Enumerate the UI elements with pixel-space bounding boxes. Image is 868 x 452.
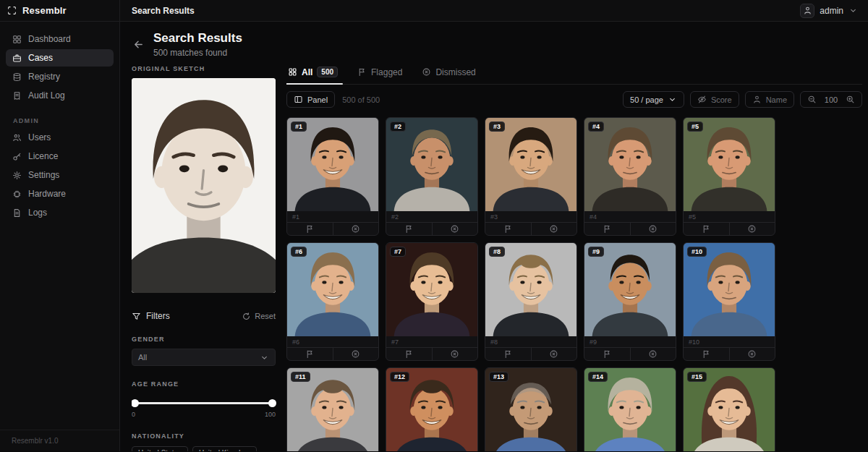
back-button[interactable] bbox=[132, 38, 145, 51]
gender-select[interactable]: All bbox=[132, 349, 276, 366]
match-card-15[interactable]: #15#15 bbox=[683, 367, 775, 451]
zoom-in-icon[interactable] bbox=[846, 95, 855, 104]
match-card-14[interactable]: #14#14 bbox=[584, 367, 676, 451]
flag-match-button[interactable] bbox=[684, 223, 729, 235]
user-name: admin bbox=[820, 6, 843, 16]
dismiss-match-button[interactable] bbox=[729, 348, 775, 360]
match-card-10[interactable]: #10#10 bbox=[683, 242, 775, 361]
match-photo[interactable]: #10 bbox=[684, 243, 775, 336]
dismiss-match-button[interactable] bbox=[531, 348, 577, 360]
match-card-13[interactable]: #13#13 bbox=[485, 367, 577, 451]
nationality-chip-united-kingdom[interactable]: United Kingdom bbox=[192, 446, 257, 451]
flag-match-button[interactable] bbox=[386, 348, 432, 360]
eye-off-icon bbox=[697, 95, 707, 104]
receipt-icon bbox=[12, 91, 22, 101]
zoom-out-icon[interactable] bbox=[807, 95, 817, 104]
sidebar-item-users[interactable]: Users bbox=[6, 129, 114, 146]
match-photo[interactable]: #1 bbox=[287, 118, 378, 211]
flag-match-button[interactable] bbox=[386, 223, 432, 235]
sidebar-item-registry[interactable]: Registry bbox=[6, 68, 114, 85]
sidebar-item-licence[interactable]: Licence bbox=[6, 148, 114, 165]
match-rank-badge: #7 bbox=[390, 247, 406, 257]
sidebar-item-logs[interactable]: Logs bbox=[6, 204, 114, 221]
flag-match-button[interactable] bbox=[485, 223, 531, 235]
dismiss-match-button[interactable] bbox=[333, 348, 379, 360]
sidebar-item-dashboard[interactable]: Dashboard bbox=[6, 30, 114, 48]
match-photo[interactable]: #3 bbox=[485, 118, 576, 211]
match-rank-badge: #10 bbox=[687, 247, 707, 257]
toggle-score-button[interactable]: Score bbox=[690, 91, 739, 108]
age-range-slider[interactable] bbox=[132, 399, 276, 406]
dismiss-circle-icon bbox=[351, 224, 360, 234]
match-photo[interactable]: #8 bbox=[485, 243, 576, 336]
tab-flagged[interactable]: Flagged bbox=[357, 67, 402, 84]
toggle-name-button[interactable]: Name bbox=[745, 91, 794, 108]
reset-filters-button[interactable]: Reset bbox=[242, 312, 276, 321]
page-subtitle: 500 matches found bbox=[153, 48, 242, 58]
match-card-2[interactable]: #2#2 bbox=[386, 117, 478, 236]
nationality-chip-united-states[interactable]: United States bbox=[132, 446, 188, 451]
match-card-4[interactable]: #4#4 bbox=[584, 117, 676, 236]
flag-match-button[interactable] bbox=[684, 348, 729, 360]
match-rank-badge: #12 bbox=[390, 372, 409, 382]
dismiss-circle-icon bbox=[450, 349, 459, 359]
dismiss-match-button[interactable] bbox=[432, 223, 478, 235]
dismiss-match-button[interactable] bbox=[630, 348, 676, 360]
match-card-9[interactable]: #9#9 bbox=[584, 242, 676, 361]
slider-track bbox=[132, 402, 276, 404]
match-photo[interactable]: #11 bbox=[287, 368, 378, 451]
match-rank-badge: #13 bbox=[489, 372, 509, 382]
sidebar-item-settings[interactable]: Settings bbox=[6, 166, 114, 184]
match-card-11[interactable]: #11#11 bbox=[286, 367, 379, 451]
sidebar-item-label: Settings bbox=[28, 170, 59, 180]
flag-match-button[interactable] bbox=[584, 223, 630, 235]
age-max-handle[interactable] bbox=[268, 399, 276, 407]
tab-dismissed[interactable]: Dismissed bbox=[422, 67, 475, 84]
doc-icon bbox=[12, 208, 22, 218]
match-card-8[interactable]: #8#8 bbox=[485, 242, 577, 361]
flag-match-button[interactable] bbox=[485, 348, 531, 360]
match-card-6[interactable]: #6#6 bbox=[286, 242, 379, 361]
tab-all[interactable]: All500 bbox=[288, 67, 338, 84]
match-card-1[interactable]: #1#1 bbox=[286, 117, 379, 236]
dismiss-match-button[interactable] bbox=[432, 348, 478, 360]
match-photo[interactable]: #5 bbox=[684, 118, 775, 211]
match-id-label: #7 bbox=[386, 336, 477, 347]
results-toolbar: Panel 500 of 500 50 / page Score bbox=[286, 91, 862, 108]
funnel-icon bbox=[132, 312, 141, 321]
flag-match-button[interactable] bbox=[287, 223, 333, 235]
flag-match-button[interactable] bbox=[584, 348, 630, 360]
dismiss-match-button[interactable] bbox=[333, 223, 379, 235]
match-photo[interactable]: #15 bbox=[684, 368, 775, 451]
flag-match-button[interactable] bbox=[287, 348, 333, 360]
flag-icon bbox=[603, 349, 612, 359]
match-photo[interactable]: #6 bbox=[287, 243, 378, 336]
per-page-select[interactable]: 50 / page bbox=[623, 91, 684, 108]
match-photo[interactable]: #9 bbox=[584, 243, 676, 336]
match-photo[interactable]: #14 bbox=[584, 368, 676, 451]
dismiss-match-button[interactable] bbox=[531, 223, 577, 235]
panel-toggle-button[interactable]: Panel bbox=[286, 91, 335, 108]
match-card-12[interactable]: #12#12 bbox=[386, 367, 478, 451]
original-sketch-label: ORIGINAL SKETCH bbox=[132, 65, 276, 72]
match-photo[interactable]: #4 bbox=[584, 118, 676, 211]
brand[interactable]: Resemblr bbox=[0, 0, 120, 21]
sidebar-item-hardware[interactable]: Hardware bbox=[6, 185, 114, 202]
sidebar-item-label: Dashboard bbox=[28, 34, 71, 44]
match-photo[interactable]: #2 bbox=[386, 118, 477, 211]
grid-icon bbox=[288, 67, 297, 77]
dismiss-match-button[interactable] bbox=[729, 223, 775, 235]
dismiss-match-button[interactable] bbox=[630, 223, 676, 235]
match-photo[interactable]: #12 bbox=[386, 368, 477, 451]
match-photo[interactable]: #7 bbox=[386, 243, 477, 336]
age-min-handle[interactable] bbox=[132, 399, 139, 407]
chevron-down-icon[interactable] bbox=[848, 6, 858, 15]
match-card-5[interactable]: #5#5 bbox=[683, 117, 775, 236]
match-card-3[interactable]: #3#3 bbox=[485, 117, 577, 236]
sidebar-item-cases[interactable]: Cases bbox=[6, 49, 114, 67]
match-card-7[interactable]: #7#7 bbox=[386, 242, 478, 361]
user-avatar-button[interactable] bbox=[800, 4, 814, 18]
match-photo[interactable]: #13 bbox=[485, 368, 576, 451]
match-rank-badge: #9 bbox=[588, 247, 604, 257]
sidebar-item-audit-log[interactable]: Audit Log bbox=[6, 87, 114, 104]
